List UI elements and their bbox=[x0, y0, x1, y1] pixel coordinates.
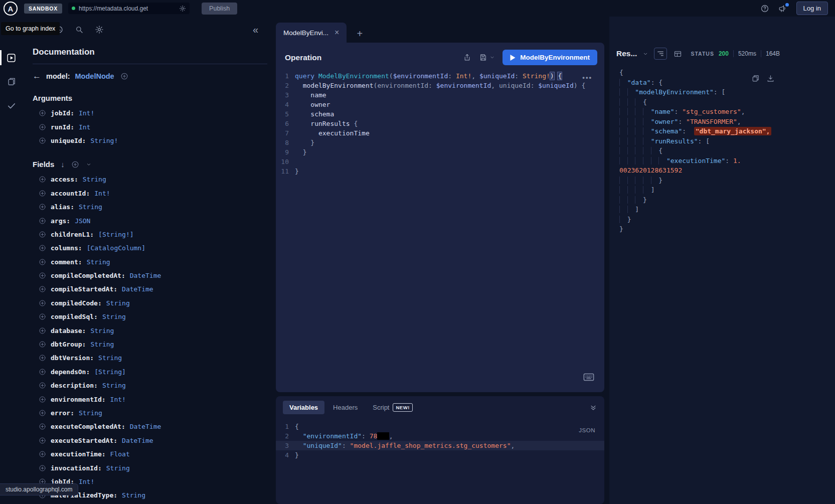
code-line[interactable]: } bbox=[619, 215, 835, 225]
field-name[interactable]: dbtVersion: bbox=[51, 354, 94, 362]
field-type[interactable]: Float bbox=[110, 450, 130, 458]
add-field-icon[interactable] bbox=[39, 327, 46, 334]
breadcrumb-type[interactable]: ModelNode bbox=[75, 72, 114, 80]
field-type[interactable]: String bbox=[98, 354, 122, 362]
field-name[interactable]: access: bbox=[51, 176, 78, 183]
save-icon[interactable] bbox=[479, 53, 487, 62]
rail-item-schema[interactable] bbox=[0, 71, 23, 93]
code-line[interactable]: "executionTime": 1. bbox=[619, 156, 835, 166]
back-arrow-icon[interactable]: ← bbox=[33, 71, 41, 81]
doc-field-row[interactable]: executionTime: Float bbox=[33, 447, 267, 461]
login-button[interactable]: Log in bbox=[796, 2, 828, 15]
connection-settings-icon[interactable] bbox=[179, 5, 186, 12]
field-name[interactable]: environmentId: bbox=[51, 396, 106, 403]
keyboard-shortcuts-icon[interactable] bbox=[583, 373, 594, 381]
field-type[interactable]: Int bbox=[79, 123, 90, 131]
tab-modelbyenvironment[interactable]: ModelByEnvi... × bbox=[276, 23, 347, 43]
field-type[interactable]: String bbox=[102, 313, 126, 320]
doc-field-row[interactable]: jobId: Int! bbox=[33, 106, 267, 120]
field-name[interactable]: compileStartedAt: bbox=[51, 285, 117, 293]
doc-field-row[interactable]: invocationId: String bbox=[33, 461, 267, 474]
field-type[interactable]: [CatalogColumn] bbox=[87, 244, 145, 252]
field-type[interactable]: String bbox=[102, 382, 126, 389]
response-dropdown-icon[interactable] bbox=[642, 51, 648, 57]
add-field-icon[interactable] bbox=[39, 203, 46, 211]
doc-field-row[interactable]: compileStartedAt: DateTime bbox=[33, 282, 267, 296]
collapse-panel-icon[interactable]: « bbox=[253, 25, 258, 35]
rail-item-checklist[interactable] bbox=[0, 95, 23, 117]
code-line[interactable]: "runResults": [ bbox=[619, 136, 835, 146]
code-line[interactable]: "data": { bbox=[619, 78, 835, 88]
doc-field-row[interactable]: args: JSON bbox=[33, 214, 267, 227]
new-tab-icon[interactable]: + bbox=[357, 29, 363, 43]
code-line[interactable]: "modelByEnvironment": [ bbox=[619, 87, 835, 97]
run-operation-button[interactable]: ModelByEnvironment bbox=[503, 50, 597, 65]
doc-field-row[interactable]: dbtGroup: String bbox=[33, 338, 267, 351]
field-type[interactable]: Int! bbox=[94, 190, 110, 197]
table-view-toggle[interactable] bbox=[673, 48, 683, 60]
rail-item-explorer[interactable] bbox=[0, 47, 23, 69]
field-type[interactable]: String! bbox=[90, 137, 118, 144]
code-line[interactable]: 4} bbox=[276, 450, 604, 460]
field-type[interactable]: String bbox=[83, 176, 106, 183]
code-line[interactable]: { bbox=[619, 146, 835, 156]
response-title[interactable]: Res... bbox=[616, 49, 637, 58]
field-type[interactable]: String bbox=[106, 464, 130, 472]
download-icon[interactable] bbox=[766, 74, 775, 83]
field-name[interactable]: runId: bbox=[51, 123, 74, 131]
publish-button[interactable]: Publish bbox=[202, 3, 237, 15]
code-line[interactable]: 0023620128631592 bbox=[619, 165, 835, 176]
add-field-icon[interactable] bbox=[39, 382, 46, 389]
doc-field-row[interactable]: comment: String bbox=[33, 255, 267, 269]
code-line[interactable]: } bbox=[619, 176, 835, 186]
code-line[interactable]: 2 "environmentId": 78 , bbox=[276, 431, 604, 441]
tab-variables[interactable]: Variables bbox=[283, 401, 324, 414]
code-line[interactable]: { bbox=[619, 68, 835, 78]
code-line[interactable]: 3 name bbox=[276, 90, 604, 100]
code-line[interactable]: } bbox=[619, 224, 835, 234]
doc-field-row[interactable]: uniqueId: String! bbox=[33, 134, 267, 147]
field-name[interactable]: columns: bbox=[51, 244, 82, 252]
code-line[interactable]: } bbox=[619, 195, 835, 205]
doc-field-row[interactable]: database: String bbox=[33, 323, 267, 337]
share-icon[interactable] bbox=[463, 53, 471, 62]
add-field-icon[interactable] bbox=[39, 109, 46, 117]
field-type[interactable]: DateTime bbox=[122, 285, 153, 293]
add-field-icon[interactable] bbox=[39, 123, 46, 131]
settings-gear-icon[interactable] bbox=[95, 25, 104, 34]
code-line[interactable]: 10 bbox=[276, 157, 604, 166]
doc-field-row[interactable]: dependsOn: [String] bbox=[33, 365, 267, 379]
field-name[interactable]: compiledCode: bbox=[51, 299, 102, 307]
field-name[interactable]: compiledSql: bbox=[51, 313, 98, 320]
add-field-icon[interactable] bbox=[39, 190, 46, 197]
apollo-logo[interactable]: A bbox=[4, 2, 18, 16]
field-name[interactable]: comment: bbox=[51, 258, 82, 266]
doc-field-row[interactable]: error: String bbox=[33, 406, 267, 420]
field-type[interactable]: String bbox=[90, 327, 114, 334]
code-line[interactable]: ] bbox=[619, 205, 835, 215]
field-type[interactable]: String bbox=[87, 258, 110, 266]
announcements-wrap[interactable] bbox=[778, 4, 787, 13]
code-line[interactable]: 4 owner bbox=[276, 100, 604, 109]
doc-field-row[interactable]: executeCompletedAt: DateTime bbox=[33, 420, 267, 433]
doc-field-row[interactable]: columns: [CatalogColumn] bbox=[33, 241, 267, 255]
field-type[interactable]: DateTime bbox=[122, 437, 153, 444]
code-line[interactable]: "name": "stg_customers", bbox=[619, 107, 835, 117]
doc-field-row[interactable]: compiledSql: String bbox=[33, 310, 267, 323]
doc-field-row[interactable]: executeStartedAt: DateTime bbox=[33, 434, 267, 447]
field-type[interactable]: [String] bbox=[94, 368, 126, 376]
field-type[interactable]: String bbox=[79, 409, 102, 417]
code-line[interactable]: 1query ModelByEnvironment($environmentId… bbox=[276, 71, 604, 81]
tab-headers[interactable]: Headers bbox=[326, 401, 364, 414]
doc-field-row[interactable]: environmentId: Int! bbox=[33, 392, 267, 406]
add-field-icon[interactable] bbox=[39, 244, 46, 252]
save-chevron-icon[interactable] bbox=[489, 55, 495, 60]
code-line[interactable]: 6 runResults { bbox=[276, 119, 604, 128]
field-name[interactable]: executeCompletedAt: bbox=[51, 423, 125, 430]
add-field-icon[interactable] bbox=[39, 217, 46, 225]
add-field-icon[interactable] bbox=[39, 437, 46, 444]
tab-title[interactable]: ModelByEnvi... bbox=[283, 29, 328, 37]
field-type[interactable]: DateTime bbox=[130, 423, 161, 430]
field-type[interactable]: Int! bbox=[79, 478, 94, 485]
field-type[interactable]: String bbox=[122, 491, 145, 499]
